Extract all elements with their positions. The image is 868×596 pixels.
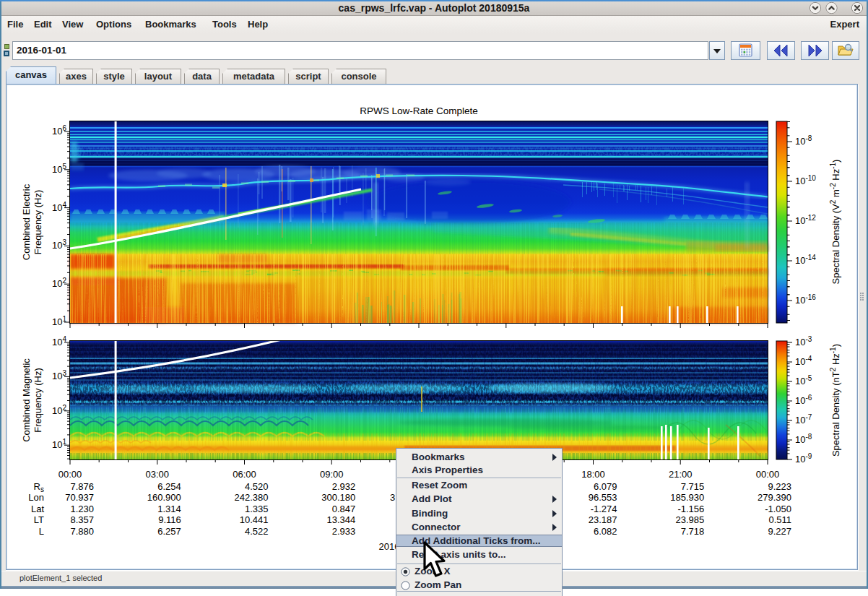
svg-text:160.900: 160.900: [147, 492, 181, 503]
svg-text:L: L: [39, 526, 44, 537]
svg-text:Spectral Density (nT2 Hz-1): Spectral Density (nT2 Hz-1): [829, 344, 841, 457]
svg-text:LT: LT: [34, 514, 44, 525]
svg-text:23.985: 23.985: [675, 514, 704, 525]
svg-text:23.187: 23.187: [589, 514, 617, 525]
svg-text:10-7: 10-7: [795, 413, 812, 426]
svg-text:2.933: 2.933: [332, 526, 356, 537]
svg-text:6.257: 6.257: [157, 526, 181, 537]
svg-text:9.227: 9.227: [768, 526, 791, 537]
svg-text:1.230: 1.230: [70, 504, 94, 514]
svg-text:00:00: 00:00: [756, 469, 780, 480]
svg-text:Combined Magnetic: Combined Magnetic: [21, 358, 32, 442]
svg-text:09:00: 09:00: [320, 469, 344, 480]
svg-text:6.254: 6.254: [157, 481, 181, 492]
svg-text:4.520: 4.520: [245, 481, 269, 492]
svg-text:8.357: 8.357: [70, 514, 94, 525]
svg-text:18:00: 18:00: [581, 469, 605, 480]
svg-text:-1.050: -1.050: [765, 504, 791, 514]
svg-text:103: 103: [52, 369, 66, 381]
svg-text:6.082: 6.082: [594, 526, 617, 537]
svg-text:Combined Electric: Combined Electric: [21, 183, 32, 260]
svg-text:-1.274: -1.274: [591, 504, 617, 514]
svg-text:7.718: 7.718: [681, 526, 705, 537]
svg-text:10-6: 10-6: [795, 394, 812, 406]
svg-text:104: 104: [52, 335, 66, 347]
svg-text:10-10: 10-10: [795, 174, 816, 186]
svg-text:10-8: 10-8: [795, 134, 812, 147]
svg-text:104: 104: [52, 201, 66, 213]
svg-text:Frequency (Hz): Frequency (Hz): [32, 190, 43, 255]
svg-text:10-16: 10-16: [795, 293, 816, 306]
svg-text:4.522: 4.522: [245, 526, 269, 537]
svg-text:2.932: 2.932: [332, 481, 356, 492]
svg-text:300.180: 300.180: [321, 492, 355, 503]
svg-text:106: 106: [52, 124, 66, 137]
svg-text:96.553: 96.553: [589, 492, 617, 503]
svg-text:0.511: 0.511: [768, 514, 791, 525]
svg-text:03:00: 03:00: [145, 469, 169, 480]
svg-text:0.847: 0.847: [332, 504, 356, 514]
svg-text:Lon: Lon: [28, 492, 44, 503]
svg-text:6.079: 6.079: [594, 481, 617, 492]
svg-text:1.314: 1.314: [157, 504, 181, 514]
svg-text:06:00: 06:00: [233, 469, 256, 480]
svg-text:102: 102: [52, 277, 66, 289]
svg-text:105: 105: [52, 163, 66, 175]
svg-text:10-4: 10-4: [795, 355, 812, 367]
svg-text:7.715: 7.715: [681, 481, 705, 492]
svg-text:1.335: 1.335: [245, 504, 269, 514]
svg-text:-1.156: -1.156: [677, 504, 704, 514]
svg-text:7.880: 7.880: [70, 526, 94, 537]
svg-text:10-5: 10-5: [795, 374, 812, 386]
svg-text:9.116: 9.116: [158, 514, 181, 525]
svg-text:185.930: 185.930: [670, 492, 704, 503]
svg-text:70.937: 70.937: [65, 492, 94, 503]
svg-text:279.390: 279.390: [758, 492, 791, 503]
svg-text:10-3: 10-3: [795, 335, 812, 347]
svg-text:9.223: 9.223: [768, 481, 791, 492]
svg-text:10-9: 10-9: [795, 452, 812, 465]
svg-text:RPWS Low-Rate Complete: RPWS Low-Rate Complete: [360, 105, 478, 116]
svg-text:103: 103: [52, 238, 66, 251]
svg-text:00:00: 00:00: [58, 469, 82, 480]
svg-text:10.441: 10.441: [240, 514, 269, 525]
svg-text:101: 101: [52, 438, 66, 450]
svg-text:102: 102: [52, 404, 66, 416]
svg-text:21:00: 21:00: [669, 469, 693, 480]
svg-text:10-12: 10-12: [795, 214, 816, 226]
svg-text:101: 101: [52, 315, 66, 327]
svg-text:10-8: 10-8: [795, 433, 812, 445]
svg-text:13.344: 13.344: [326, 514, 355, 525]
svg-text:3: 3: [390, 492, 395, 503]
svg-text:Frequency (Hz): Frequency (Hz): [32, 368, 43, 433]
svg-text:10-14: 10-14: [795, 254, 816, 266]
svg-text:Spectral Density (V2 m-2 Hz-1): Spectral Density (V2 m-2 Hz-1): [829, 160, 841, 285]
svg-text:242.380: 242.380: [235, 492, 269, 503]
svg-text:Rs: Rs: [34, 481, 44, 493]
svg-text:7.876: 7.876: [70, 481, 94, 492]
svg-text:Lat: Lat: [31, 504, 44, 514]
